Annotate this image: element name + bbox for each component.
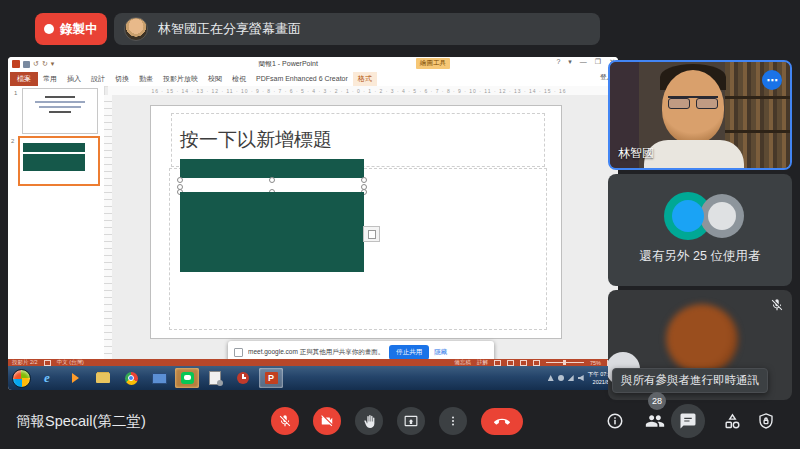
- taskbar-line-icon[interactable]: [175, 368, 199, 388]
- tab-view[interactable]: 檢視: [227, 72, 251, 86]
- meet-window: 錄製中 林智國正在分享螢幕畫面 ↺ ↻ ▾ 簡報1 - PowerPoint 繪…: [0, 0, 800, 449]
- reading-view-icon[interactable]: [520, 360, 527, 366]
- taskbar-explorer-icon[interactable]: [91, 368, 115, 388]
- raise-hand-button[interactable]: [355, 407, 383, 435]
- qat-dropdown-icon[interactable]: ▾: [51, 60, 55, 68]
- camera-off-icon: [320, 414, 334, 428]
- windows-start-button[interactable]: [12, 369, 31, 388]
- tab-format[interactable]: 格式: [353, 72, 377, 86]
- zoom-level[interactable]: 75%: [590, 360, 601, 366]
- taskbar-powerpoint-icon[interactable]: P: [259, 368, 283, 388]
- title-placeholder-text: 按一下以新增標題: [172, 127, 332, 153]
- green-rectangle-bottom[interactable]: [180, 192, 364, 272]
- slide-2-number: 2: [11, 138, 14, 144]
- slide-indicator: 投影片 2/2: [12, 359, 38, 366]
- volume-icon[interactable]: [578, 375, 584, 381]
- green-rectangle-top[interactable]: [180, 159, 364, 178]
- ribbon-options-button[interactable]: ▾: [568, 58, 572, 66]
- comments-button[interactable]: 註解: [477, 359, 488, 366]
- stop-sharing-button[interactable]: 停止共用: [389, 345, 429, 360]
- recording-badge: 錄製中: [35, 13, 107, 45]
- undo-icon[interactable]: ↺: [33, 60, 39, 68]
- ppt-status-bar: 投影片 2/2 中文 (台灣) 備忘稿 註解 75%: [8, 359, 618, 366]
- normal-view-icon[interactable]: [494, 360, 501, 366]
- host-controls-button[interactable]: [754, 409, 778, 433]
- participant-video-tile[interactable]: 林智國 ⋯: [608, 60, 792, 170]
- mic-toggle-button[interactable]: [271, 407, 299, 435]
- hide-notification-button[interactable]: 隱藏: [434, 348, 447, 357]
- drawing-tools-contextual-label: 繪圖工具: [416, 58, 450, 69]
- tab-insert[interactable]: 插入: [62, 72, 86, 86]
- tab-home[interactable]: 常用: [38, 72, 62, 86]
- network-icon[interactable]: [568, 375, 574, 381]
- tray-show-hidden-icon[interactable]: [548, 375, 554, 381]
- participant-name-label: 林智國: [618, 145, 654, 162]
- slideshow-view-icon[interactable]: [533, 360, 540, 366]
- mic-off-icon: [278, 414, 292, 428]
- ppt-titlebar: ↺ ↻ ▾ 簡報1 - PowerPoint 繪圖工具 ? ▾ — ❐ ✕: [8, 57, 618, 71]
- windows-taskbar: e P 下午 07:34 2021/8/5: [8, 366, 618, 390]
- tab-design[interactable]: 設計: [86, 72, 110, 86]
- taskbar-mediaplayer-icon[interactable]: [63, 368, 87, 388]
- language-indicator[interactable]: 中文 (台灣): [57, 359, 84, 366]
- tab-file[interactable]: 檔案: [10, 72, 38, 86]
- selected-shape[interactable]: [180, 180, 364, 192]
- restore-button[interactable]: ❐: [595, 58, 601, 66]
- mic-muted-icon: [770, 298, 784, 312]
- tab-slideshow[interactable]: 投影片放映: [158, 72, 203, 86]
- tab-review[interactable]: 校閱: [203, 72, 227, 86]
- zoom-slider[interactable]: [546, 362, 584, 363]
- tab-transitions[interactable]: 切換: [110, 72, 134, 86]
- more-options-button[interactable]: [439, 407, 467, 435]
- paste-options-button[interactable]: [363, 226, 380, 242]
- slide-2-thumbnail[interactable]: [18, 136, 100, 186]
- sharing-banner: 林智國正在分享螢幕畫面: [114, 13, 600, 45]
- chat-button[interactable]: [671, 404, 705, 438]
- more-users-tile[interactable]: 還有另外 25 位使用者: [608, 174, 792, 286]
- ppt-ribbon-tabs: 檔案 常用 插入 設計 切換 動畫 投影片放映 校閱 檢視 PDFsam Enh…: [8, 71, 618, 87]
- slide-1-thumbnail[interactable]: [22, 88, 98, 134]
- taskbar-ie-icon[interactable]: e: [35, 368, 59, 388]
- ppt-quick-access-toolbar[interactable]: ↺ ↻ ▾: [8, 60, 54, 68]
- taskbar-chrome-icon[interactable]: [119, 368, 143, 388]
- share-notification-text: meet.google.com 正與其他用戶共享你的畫面。: [248, 348, 384, 357]
- show-participants-button[interactable]: [643, 409, 667, 433]
- chat-tooltip: 與所有參與者進行即時通訊: [612, 368, 768, 393]
- activities-icon: [723, 412, 742, 431]
- present-screen-icon: [404, 414, 418, 428]
- present-button[interactable]: [397, 407, 425, 435]
- presenter-avatar: [124, 17, 148, 41]
- tab-pdfsam[interactable]: PDFsam Enhanced 6 Creator: [251, 73, 353, 84]
- taskbar-clock-app-icon[interactable]: [231, 368, 255, 388]
- notes-button[interactable]: 備忘稿: [454, 359, 471, 366]
- more-users-label: 還有另外 25 位使用者: [608, 248, 792, 265]
- taskbar-computer-icon[interactable]: [147, 368, 171, 388]
- minimize-button[interactable]: —: [580, 58, 587, 66]
- more-vertical-icon: [447, 415, 459, 427]
- redo-icon[interactable]: ↻: [42, 60, 48, 68]
- leave-call-button[interactable]: [481, 408, 523, 435]
- taskbar-document-tool-icon[interactable]: [203, 368, 227, 388]
- slide-canvas[interactable]: 按一下以新增標題: [150, 105, 562, 339]
- meeting-title: 簡報Specail(第二堂): [16, 412, 146, 431]
- help-button[interactable]: ?: [556, 58, 560, 66]
- tab-animations[interactable]: 動畫: [134, 72, 158, 86]
- screen-share-view: ↺ ↻ ▾ 簡報1 - PowerPoint 繪圖工具 ? ▾ — ❐ ✕ 檔案…: [8, 57, 618, 390]
- participant-count-badge: 28: [648, 392, 666, 410]
- accessibility-icon: [44, 360, 51, 366]
- camera-toggle-button[interactable]: [313, 407, 341, 435]
- save-icon[interactable]: [23, 61, 30, 68]
- hand-icon: [363, 415, 376, 428]
- recording-dot-icon: [44, 24, 54, 34]
- slide-sorter-view-icon[interactable]: [507, 360, 514, 366]
- tile-more-options-button[interactable]: ⋯: [762, 70, 782, 90]
- ppt-window-title: 簡報1 - PowerPoint: [258, 59, 318, 69]
- activities-button[interactable]: [720, 409, 744, 433]
- ppt-logo-icon: [12, 60, 20, 68]
- meeting-details-button[interactable]: [603, 409, 627, 433]
- slide-edit-area: 按一下以新增標題: [112, 95, 618, 359]
- shield-lock-icon: [757, 412, 775, 430]
- tray-status-icon[interactable]: [558, 375, 564, 381]
- people-icon: [645, 411, 665, 431]
- sharing-banner-text: 林智國正在分享螢幕畫面: [158, 20, 301, 38]
